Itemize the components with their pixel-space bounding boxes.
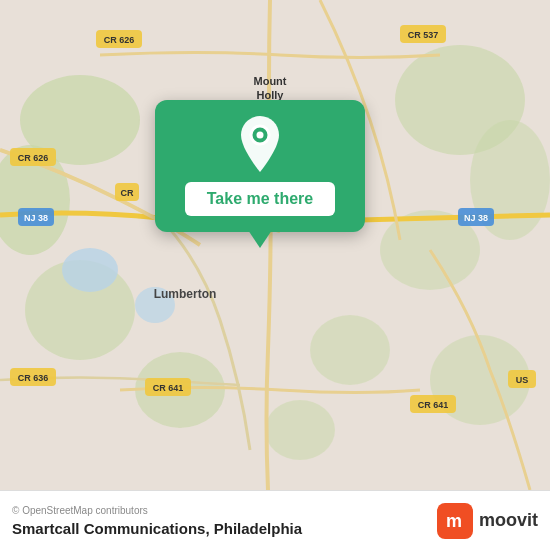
svg-point-10 [265,400,335,460]
svg-text:CR 636: CR 636 [18,373,49,383]
moovit-icon: m [437,503,473,539]
svg-text:CR: CR [121,188,134,198]
location-popup: Take me there [155,100,365,232]
svg-text:CR 641: CR 641 [153,383,184,393]
bottom-info: © OpenStreetMap contributors Smartcall C… [12,505,302,537]
location-name: Smartcall Communications, Philadelphia [12,520,302,537]
location-pin-icon [234,118,286,170]
take-me-there-button[interactable]: Take me there [185,182,335,216]
svg-text:CR 626: CR 626 [18,153,49,163]
svg-text:CR 626: CR 626 [104,35,135,45]
moovit-logo[interactable]: m moovit [437,503,538,539]
svg-text:NJ 38: NJ 38 [24,213,48,223]
svg-point-37 [257,132,264,139]
svg-point-11 [62,248,118,292]
svg-point-9 [310,315,390,385]
svg-text:CR 641: CR 641 [418,400,449,410]
svg-text:Mount: Mount [254,75,287,87]
moovit-text: moovit [479,510,538,531]
svg-text:US: US [516,375,529,385]
bottom-bar: © OpenStreetMap contributors Smartcall C… [0,490,550,550]
copyright-text: © OpenStreetMap contributors [12,505,302,516]
svg-text:Lumberton: Lumberton [154,287,217,301]
svg-text:NJ 38: NJ 38 [464,213,488,223]
svg-text:m: m [446,511,462,531]
map-view[interactable]: CR 626 CR 626 CR 537 NJ 38 NJ 38 CR CR 6… [0,0,550,490]
svg-text:CR 537: CR 537 [408,30,439,40]
